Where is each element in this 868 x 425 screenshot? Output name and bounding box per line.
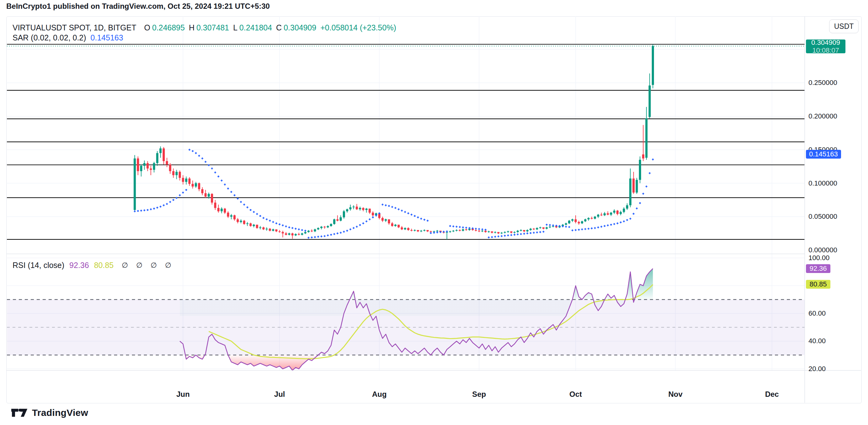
low-label: L bbox=[233, 23, 238, 32]
tradingview-logo-text: TradingView bbox=[32, 407, 88, 418]
open-value: 0.246895 bbox=[152, 23, 185, 32]
symbol-title: VIRTUALUSDT SPOT, 1D, BITGET bbox=[12, 23, 136, 32]
chart-plot-area[interactable] bbox=[0, 0, 868, 425]
price-axis-label[interactable]: 0.050000 bbox=[808, 212, 837, 221]
time-axis-label[interactable]: Dec bbox=[765, 390, 779, 399]
rsi-value-badge: 92.36 bbox=[806, 264, 830, 273]
rsi-legend[interactable]: RSI (14, close) 92.36 80.85 ∅ ∅ ∅ ∅ bbox=[12, 261, 172, 270]
tradingview-logo[interactable]: TradingView bbox=[11, 407, 88, 418]
page: { "header": { "title": "BeInCrypto1 publ… bbox=[0, 0, 868, 425]
currency-toggle-button[interactable]: USDT bbox=[829, 20, 859, 33]
rsi-value: 92.36 bbox=[69, 261, 89, 270]
rsi-axis-label[interactable]: 40.00 bbox=[808, 337, 826, 345]
rsi-hide-icon[interactable]: ∅ bbox=[165, 261, 172, 270]
rsi-axis-label[interactable]: 60.00 bbox=[808, 309, 826, 317]
rsi-axis-label[interactable]: 100.00 bbox=[808, 254, 830, 262]
symbol-legend[interactable]: VIRTUALUSDT SPOT, 1D, BITGET O0.246895 H… bbox=[12, 23, 398, 32]
time-axis-label[interactable]: Jul bbox=[274, 390, 285, 399]
sar-price-badge: 0.145163 bbox=[806, 150, 841, 159]
time-axis-label[interactable]: Oct bbox=[569, 390, 582, 399]
rsi-ma-value-badge: 80.85 bbox=[806, 280, 830, 289]
close-value: 0.304909 bbox=[284, 23, 316, 32]
rsi-axis-label[interactable]: 20.00 bbox=[808, 365, 826, 373]
change-value: +0.058014 (+23.50%) bbox=[320, 23, 396, 32]
rsi-hide-icon[interactable]: ∅ bbox=[122, 261, 128, 270]
rsi-hide-icon[interactable]: ∅ bbox=[136, 261, 143, 270]
rsi-ma-value: 80.85 bbox=[94, 261, 114, 270]
time-axis-label[interactable]: Aug bbox=[372, 390, 387, 399]
sar-value: 0.145163 bbox=[91, 33, 123, 42]
last-price-badge: 0.304909 10:08:07 bbox=[806, 39, 845, 53]
tradingview-logo-icon bbox=[11, 407, 28, 418]
last-price-value: 0.304909 bbox=[811, 38, 840, 47]
rsi-name: RSI (14, close) bbox=[12, 261, 64, 270]
time-axis-label[interactable]: Nov bbox=[669, 390, 682, 399]
close-label: C bbox=[276, 23, 282, 32]
bar-countdown: 10:08:07 bbox=[812, 47, 839, 54]
price-axis-label[interactable]: 0.100000 bbox=[808, 179, 837, 187]
price-axis-label[interactable]: 0.000000 bbox=[808, 246, 837, 254]
rsi-hide-icon[interactable]: ∅ bbox=[151, 261, 157, 270]
sar-legend[interactable]: SAR (0.02, 0.02, 0.2)0.145163 bbox=[12, 33, 123, 42]
open-label: O bbox=[144, 23, 150, 32]
price-axis-label[interactable]: 0.200000 bbox=[808, 112, 837, 120]
sar-name: SAR (0.02, 0.02, 0.2) bbox=[12, 33, 86, 42]
low-value: 0.241804 bbox=[239, 23, 272, 32]
fib-retracement bbox=[7, 44, 805, 239]
high-label: H bbox=[189, 23, 195, 32]
time-axis-label[interactable]: Jun bbox=[177, 390, 190, 399]
price-axis-label[interactable]: 0.250000 bbox=[808, 79, 837, 87]
time-axis-label[interactable]: Sep bbox=[472, 390, 486, 399]
high-value: 0.307481 bbox=[196, 23, 229, 32]
